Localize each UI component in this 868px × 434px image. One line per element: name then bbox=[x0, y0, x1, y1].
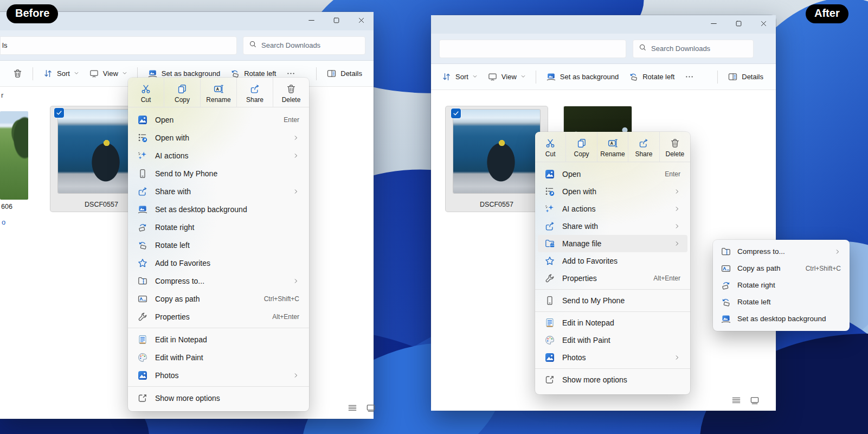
window-control-button[interactable] bbox=[701, 15, 726, 34]
selection-checkbox[interactable] bbox=[451, 108, 461, 118]
view-icon bbox=[89, 68, 99, 79]
address-bar[interactable]: ls bbox=[0, 36, 237, 55]
context-menu-item[interactable]: PropertiesAlt+Enter bbox=[538, 270, 687, 287]
view-toggle-button[interactable] bbox=[731, 395, 742, 407]
search-input[interactable] bbox=[261, 41, 359, 49]
context-menu-item[interactable]: Rotate right bbox=[131, 218, 306, 236]
context-menu-item[interactable]: OpenEnter bbox=[131, 111, 306, 129]
toolbar-button[interactable]: View bbox=[84, 65, 132, 82]
context-menu-item[interactable]: Add to Favorites bbox=[131, 254, 306, 272]
context-menu-item[interactable]: Copy as pathCtrl+Shift+C bbox=[715, 260, 847, 277]
context-menu-item[interactable]: Edit in Notepad bbox=[538, 314, 687, 331]
context-menu-item[interactable]: Edit with Paint bbox=[131, 348, 306, 366]
context-menu-item[interactable]: Set as desktop background bbox=[131, 200, 306, 218]
shortcut-text: Alt+Enter bbox=[644, 275, 680, 282]
context-menu-item[interactable]: Share with bbox=[538, 218, 687, 235]
view-toggle-button[interactable] bbox=[365, 403, 376, 415]
context-menu-item[interactable]: Add to Favorites bbox=[538, 252, 687, 270]
shortcut-text: Ctrl+Shift+C bbox=[254, 295, 299, 303]
context-menu-item[interactable]: AI actions bbox=[538, 200, 687, 218]
toolbar-button[interactable]: Details bbox=[723, 68, 768, 86]
address-bar[interactable] bbox=[439, 40, 626, 58]
ai-actions-icon bbox=[137, 150, 148, 161]
trash-icon bbox=[12, 68, 23, 79]
context-menu-item[interactable]: Open with bbox=[131, 129, 306, 146]
window-control-button[interactable] bbox=[726, 15, 751, 34]
after-badge: After bbox=[806, 4, 848, 23]
file-thumbnail-golf[interactable] bbox=[0, 111, 28, 200]
quick-action[interactable]: Cut bbox=[128, 78, 164, 107]
file-thumbnail-diver[interactable] bbox=[453, 110, 540, 193]
context-menu-item[interactable]: Manage file bbox=[538, 235, 687, 252]
context-menu-item[interactable]: Edit with Paint bbox=[538, 331, 687, 349]
thumbnail-view-icon bbox=[365, 403, 376, 415]
context-menu-item[interactable]: Show more options bbox=[131, 389, 306, 407]
context-menu-item[interactable]: Compress to... bbox=[131, 272, 306, 290]
selection-checkbox[interactable] bbox=[54, 108, 64, 118]
file-card-selected[interactable]: DSCF0557 bbox=[446, 106, 548, 212]
quick-action[interactable]: Delete bbox=[660, 132, 690, 162]
quick-action[interactable]: Copy bbox=[164, 78, 201, 107]
context-menu-item[interactable]: Send to My Phone bbox=[131, 164, 306, 182]
context-menu-item[interactable]: Send to My Phone bbox=[538, 292, 687, 309]
window-control-button[interactable] bbox=[751, 15, 776, 34]
titlebar[interactable] bbox=[431, 15, 776, 34]
context-menu-item[interactable]: Copy as pathCtrl+Shift+C bbox=[131, 290, 306, 308]
toolbar-button[interactable]: Rotate left bbox=[623, 68, 679, 86]
context-menu-item[interactable]: Rotate right bbox=[715, 277, 847, 293]
quick-action[interactable]: Rename bbox=[201, 78, 237, 107]
share-with-icon bbox=[544, 221, 555, 232]
copy-path-icon bbox=[137, 293, 148, 304]
rotate-left-icon bbox=[721, 297, 731, 308]
window-control-button[interactable] bbox=[299, 12, 324, 30]
quick-action[interactable]: Copy bbox=[566, 132, 597, 162]
context-menu-item[interactable]: Edit in Notepad bbox=[131, 330, 306, 348]
search-box[interactable] bbox=[243, 36, 365, 55]
context-menu-item[interactable]: Show more options bbox=[538, 371, 687, 388]
search-input[interactable] bbox=[651, 44, 748, 53]
context-menu-item[interactable]: Share with bbox=[131, 182, 306, 200]
context-menu-item[interactable]: Open with bbox=[538, 183, 687, 200]
window-control-button[interactable] bbox=[324, 12, 349, 30]
toolbar-separator bbox=[717, 71, 718, 84]
open-with-icon bbox=[544, 186, 555, 197]
context-menu-item[interactable]: OpenEnter bbox=[538, 165, 687, 183]
quick-action[interactable]: Rename bbox=[597, 132, 628, 162]
quick-action[interactable]: Share bbox=[628, 132, 659, 162]
toolbar-button[interactable]: Sort bbox=[38, 65, 84, 82]
explorer-window-before: ls SortViewSet as backgroundRotate left … bbox=[0, 12, 374, 419]
context-menu-item[interactable]: PropertiesAlt+Enter bbox=[131, 308, 306, 326]
view-toggle-button[interactable] bbox=[347, 403, 358, 415]
submenu-items: Compress to...Copy as pathCtrl+Shift+CRo… bbox=[713, 240, 850, 330]
window-control-button[interactable] bbox=[349, 12, 374, 30]
search-box[interactable] bbox=[633, 40, 754, 58]
toolbar-button[interactable] bbox=[8, 65, 28, 82]
open-with-icon bbox=[137, 132, 148, 143]
toolbar-button[interactable] bbox=[679, 68, 699, 86]
toolbar-button[interactable]: Details bbox=[322, 65, 367, 82]
context-menu-item[interactable]: Photos bbox=[538, 349, 687, 366]
check-icon bbox=[453, 110, 459, 117]
maximize-icon bbox=[332, 16, 340, 26]
context-menu-item[interactable]: Photos bbox=[131, 366, 306, 384]
context-menu-item[interactable]: Rotate left bbox=[715, 293, 847, 310]
notepad-icon bbox=[544, 317, 555, 328]
context-menu-item[interactable]: AI actions bbox=[131, 146, 306, 164]
quick-action[interactable]: Cut bbox=[535, 132, 566, 162]
toolbar-button[interactable]: Set as background bbox=[541, 68, 623, 86]
chevron-right-icon bbox=[674, 188, 680, 195]
context-menu-item[interactable]: Compress to... bbox=[715, 243, 847, 260]
quick-action[interactable]: Delete bbox=[273, 78, 309, 107]
sort-icon bbox=[43, 68, 53, 79]
context-menu-item[interactable]: Set as desktop background bbox=[715, 310, 847, 327]
quick-action[interactable]: Share bbox=[237, 78, 273, 107]
context-menu-item[interactable]: Rotate left bbox=[131, 236, 306, 254]
toolbar-button[interactable]: Sort bbox=[436, 68, 483, 86]
toolbar-button[interactable]: View bbox=[483, 68, 531, 86]
set-background-icon bbox=[137, 204, 148, 215]
view-icon bbox=[487, 72, 498, 82]
view-toggle-button[interactable] bbox=[749, 395, 760, 407]
chevron-right-icon bbox=[293, 372, 299, 379]
address-path-fragment: ls bbox=[2, 41, 7, 49]
share-icon bbox=[249, 84, 260, 94]
